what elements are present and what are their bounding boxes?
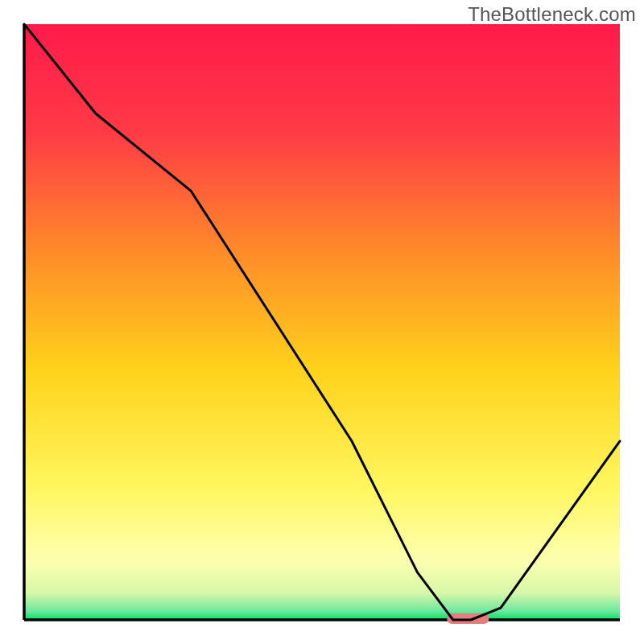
- bottleneck-chart: [0, 0, 644, 644]
- plot-background: [24, 24, 620, 620]
- watermark-text: TheBottleneck.com: [468, 3, 636, 26]
- chart-stage: TheBottleneck.com: [0, 0, 644, 644]
